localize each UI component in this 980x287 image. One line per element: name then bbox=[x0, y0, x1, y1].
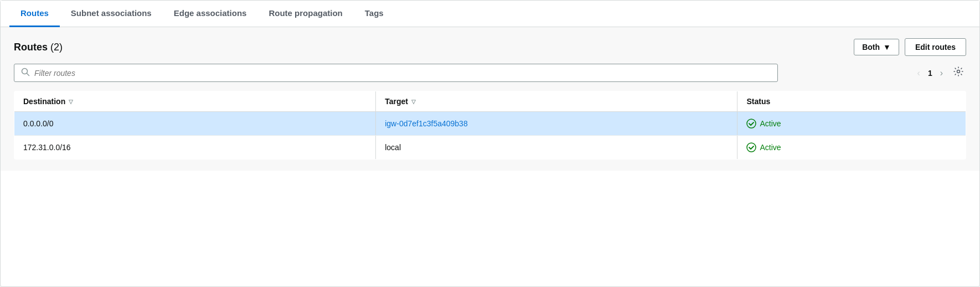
target-cell-2: local bbox=[376, 136, 737, 160]
col-header-destination: Destination ▽ bbox=[14, 91, 376, 112]
edit-routes-button[interactable]: Edit routes bbox=[905, 38, 966, 56]
section-title: Routes (2) bbox=[14, 42, 63, 53]
target-cell-1: igw-0d7ef1c3f5a409b38 bbox=[376, 112, 737, 136]
svg-point-3 bbox=[747, 119, 756, 128]
gear-icon bbox=[953, 66, 964, 77]
tab-bar: Routes Subnet associations Edge associat… bbox=[1, 1, 979, 27]
section-header: Routes (2) Both ▼ Edit routes bbox=[14, 38, 966, 56]
dropdown-arrow-icon: ▼ bbox=[883, 43, 891, 52]
table-settings-button[interactable] bbox=[951, 65, 966, 81]
tab-routes[interactable]: Routes bbox=[9, 1, 60, 27]
table-row: 0.0.0.0/0 igw-0d7ef1c3f5a409b38 Active bbox=[14, 112, 966, 136]
header-actions: Both ▼ Edit routes bbox=[854, 38, 966, 56]
filter-search-box[interactable] bbox=[14, 64, 778, 82]
status-cell-2: Active bbox=[737, 136, 966, 160]
content-area: Routes (2) Both ▼ Edit routes bbox=[1, 27, 979, 171]
tab-tags[interactable]: Tags bbox=[354, 1, 395, 27]
both-dropdown-button[interactable]: Both ▼ bbox=[854, 39, 899, 55]
destination-cell-1: 0.0.0.0/0 bbox=[14, 112, 376, 136]
col-header-target: Target ▽ bbox=[376, 91, 737, 112]
status-cell-1: Active bbox=[737, 112, 966, 136]
tab-route-propagation[interactable]: Route propagation bbox=[257, 1, 353, 27]
sort-target-icon[interactable]: ▽ bbox=[411, 99, 416, 105]
sort-destination-icon[interactable]: ▽ bbox=[69, 99, 73, 105]
pagination-controls: ‹ 1 › bbox=[914, 65, 966, 81]
prev-page-button[interactable]: ‹ bbox=[914, 67, 924, 79]
tab-edge-associations[interactable]: Edge associations bbox=[163, 1, 258, 27]
target-link-1[interactable]: igw-0d7ef1c3f5a409b38 bbox=[385, 119, 467, 128]
routes-table: Destination ▽ Target ▽ Status bbox=[14, 91, 966, 160]
svg-point-2 bbox=[957, 70, 960, 73]
active-status-icon-1 bbox=[746, 119, 756, 129]
col-header-status: Status bbox=[737, 91, 966, 112]
search-icon bbox=[21, 68, 30, 78]
page-number: 1 bbox=[928, 69, 932, 78]
search-pagination-row: ‹ 1 › bbox=[14, 64, 966, 82]
filter-routes-input[interactable] bbox=[34, 69, 771, 78]
svg-point-4 bbox=[747, 143, 756, 152]
svg-line-1 bbox=[27, 74, 29, 76]
table-row: 172.31.0.0/16 local Active bbox=[14, 136, 966, 160]
tab-subnet-associations[interactable]: Subnet associations bbox=[60, 1, 163, 27]
next-page-button[interactable]: › bbox=[937, 67, 946, 79]
main-container: Routes Subnet associations Edge associat… bbox=[0, 0, 980, 287]
active-status-icon-2 bbox=[746, 142, 756, 152]
destination-cell-2: 172.31.0.0/16 bbox=[14, 136, 376, 160]
